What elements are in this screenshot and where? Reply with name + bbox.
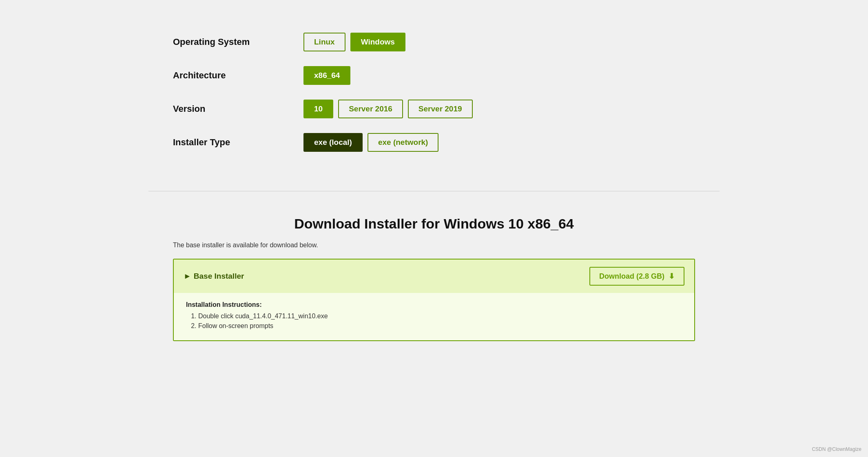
version-10-button[interactable]: 10: [303, 100, 333, 118]
watermark: CSDN @ClownMagize: [812, 446, 861, 452]
base-installer-title: ► Base Installer: [184, 272, 244, 281]
installer-type-label: Installer Type: [173, 137, 303, 148]
os-label: Operating System: [173, 37, 303, 47]
download-label: Download (2.8 GB): [599, 272, 664, 281]
installer-exe-local-button[interactable]: exe (local): [303, 133, 363, 152]
os-linux-button[interactable]: Linux: [303, 33, 345, 51]
os-buttons: Linux Windows: [303, 33, 405, 51]
base-installer-header: ► Base Installer Download (2.8 GB) ⬇: [174, 260, 694, 293]
instructions-title: Installation Instructions:: [186, 301, 682, 308]
version-label: Version: [173, 104, 303, 114]
download-icon: ⬇: [669, 272, 675, 281]
instruction-step-2: Follow on-screen prompts: [198, 322, 682, 330]
chevron-right-icon: ►: [184, 272, 191, 281]
arch-label: Architecture: [173, 70, 303, 81]
os-row: Operating System Linux Windows: [173, 33, 695, 51]
base-installer-content: Installation Instructions: Double click …: [174, 293, 694, 340]
arch-x86-64-button[interactable]: x86_64: [303, 66, 350, 85]
version-row: Version 10 Server 2016 Server 2019: [173, 100, 695, 118]
section-divider: [148, 191, 720, 191]
instructions-list: Double click cuda_11.4.0_471.11_win10.ex…: [198, 313, 682, 330]
installer-type-row: Installer Type exe (local) exe (network): [173, 133, 695, 152]
download-subtitle: The base installer is available for down…: [173, 242, 695, 249]
base-installer-label: Base Installer: [194, 272, 244, 281]
download-title: Download Installer for Windows 10 x86_64: [173, 216, 695, 232]
arch-row: Architecture x86_64: [173, 66, 695, 85]
instruction-step-1: Double click cuda_11.4.0_471.11_win10.ex…: [198, 313, 682, 320]
page-wrapper: Operating System Linux Windows Architect…: [148, 16, 720, 441]
installer-exe-network-button[interactable]: exe (network): [368, 133, 438, 152]
download-section: Download Installer for Windows 10 x86_64…: [148, 208, 720, 357]
version-buttons: 10 Server 2016 Server 2019: [303, 100, 473, 118]
version-server2019-button[interactable]: Server 2019: [408, 100, 473, 118]
download-button[interactable]: Download (2.8 GB) ⬇: [589, 267, 684, 286]
selector-section: Operating System Linux Windows Architect…: [148, 16, 720, 183]
version-server2016-button[interactable]: Server 2016: [338, 100, 403, 118]
arch-buttons: x86_64: [303, 66, 350, 85]
installer-type-buttons: exe (local) exe (network): [303, 133, 438, 152]
os-windows-button[interactable]: Windows: [350, 33, 405, 51]
base-installer-box: ► Base Installer Download (2.8 GB) ⬇ Ins…: [173, 259, 695, 341]
